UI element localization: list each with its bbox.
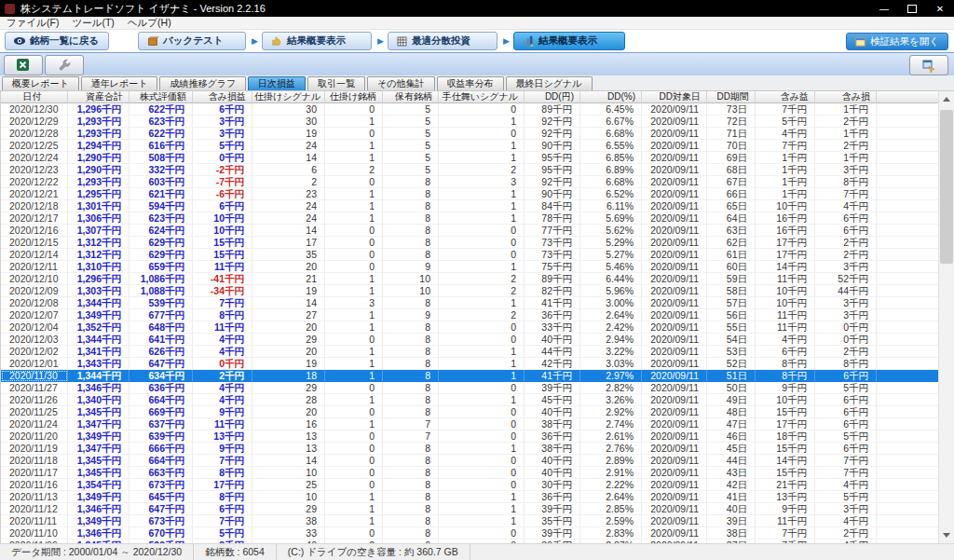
tab-backtest[interactable]: バックテスト: [138, 32, 246, 50]
table-cell: 6千円: [193, 503, 252, 515]
table-row[interactable]: 2020/12/101,296千円1,086千円-41千円21110289千円6…: [1, 273, 939, 285]
subtab-trade-list[interactable]: 取引一覧: [307, 76, 365, 90]
table-cell: [877, 491, 939, 503]
tab-back-to-symbol-list[interactable]: 銘柄一覧に戻る: [5, 32, 109, 50]
column-header[interactable]: 日付: [1, 91, 68, 103]
table-row[interactable]: 2020/11/171,345千円663千円8千円1008040千円2.91%2…: [1, 467, 939, 479]
table-row[interactable]: 2020/12/021,341千円626千円4千円2018144千円3.22%2…: [1, 346, 939, 358]
table-row[interactable]: 2020/12/161,307千円624千円10千円1408077千円5.62%…: [1, 225, 939, 237]
table-row[interactable]: 2020/11/101,346千円670千円5千円3308039千円2.83%2…: [1, 527, 939, 540]
scroll-down-button[interactable]: [939, 527, 954, 543]
close-button[interactable]: ✕: [926, 0, 954, 17]
table-row[interactable]: 2020/11/121,346千円647千円6千円2918139千円2.85%2…: [1, 503, 939, 515]
table-row[interactable]: 2020/12/251,294千円616千円5千円2415190千円6.55%2…: [1, 140, 939, 152]
table-cell: 0: [325, 334, 383, 346]
table-row[interactable]: 2020/11/161,354千円673千円17千円2508030千円2.22%…: [1, 479, 939, 491]
column-header[interactable]: DD期間: [707, 91, 756, 103]
table-row[interactable]: 2020/12/241,290千円508千円0千円1415195千円6.85%2…: [1, 152, 939, 164]
table-row[interactable]: 2020/12/081,344千円539千円7千円1438141千円3.00%2…: [1, 297, 939, 309]
subtab-return-distribution[interactable]: 収益率分布: [437, 76, 504, 90]
tab-optimal-allocation[interactable]: 最適分散投資: [388, 32, 497, 50]
subtab-lastday-signal[interactable]: 最終日シグナル: [506, 76, 593, 90]
table-row[interactable]: 2020/12/151,312千円629千円15千円1708073千円5.29%…: [1, 237, 939, 249]
table-cell: 39千円: [525, 527, 580, 540]
table-row[interactable]: 2020/11/201,349千円639千円13千円1307036千円2.61%…: [1, 430, 939, 443]
column-header[interactable]: 含み損: [815, 91, 877, 103]
settings-button[interactable]: [45, 55, 84, 75]
table-cell: 0千円: [193, 152, 252, 164]
table-row[interactable]: 2020/12/231,290千円332千円-2千円625295千円6.89%2…: [1, 164, 939, 176]
scrollbar-thumb[interactable]: [940, 110, 953, 264]
column-header[interactable]: DD(円): [525, 91, 580, 103]
menu-tools[interactable]: ツール(T): [65, 17, 120, 30]
column-header[interactable]: DD対象日: [642, 91, 707, 103]
table-cell: 2020/12/30: [1, 103, 68, 116]
table-row[interactable]: 2020/11/111,349千円673千円7千円3818135千円2.59%2…: [1, 515, 939, 527]
table-row[interactable]: 2020/12/221,293千円603千円-7千円208392千円6.68%2…: [1, 176, 939, 188]
table-row[interactable]: 2020/11/181,345千円664千円7千円1408040千円2.89%2…: [1, 455, 939, 467]
table-cell: 7千円: [193, 515, 252, 527]
table-cell: 6.44%: [580, 273, 642, 285]
table-row[interactable]: 2020/12/141,312千円629千円15千円3508073千円5.27%…: [1, 249, 939, 261]
table-row[interactable]: 2020/11/131,349千円645千円8千円1018136千円2.64%2…: [1, 491, 939, 503]
subtab-yearly-report[interactable]: 通年レポート: [81, 76, 158, 90]
tab-result-summary-2-active[interactable]: 結果概要表示: [513, 32, 625, 50]
table-cell: 1,345千円: [68, 455, 129, 467]
column-header[interactable]: 資産合計: [68, 91, 129, 103]
table-row[interactable]: 2020/12/091,303千円1,088千円-34千円19110282千円5…: [1, 285, 939, 297]
table-cell: [877, 273, 939, 285]
minimize-button[interactable]: —: [870, 0, 898, 17]
open-in-window-button[interactable]: [909, 55, 948, 75]
table-cell: 11千円: [756, 273, 815, 285]
open-verification-results-button[interactable]: 検証結果を開く: [846, 33, 948, 50]
column-header[interactable]: 仕掛け銘柄: [325, 91, 383, 103]
table-row[interactable]: 2020/11/241,347千円637千円11千円1617038千円2.74%…: [1, 418, 939, 430]
table-row[interactable]: 2020/12/031,344千円641千円4千円2908040千円2.94%2…: [1, 334, 939, 346]
table-row[interactable]: 2020/11/191,347千円666千円9千円1308138千円2.76%2…: [1, 443, 939, 455]
table-cell: 82千円: [525, 285, 580, 297]
column-header[interactable]: 仕掛けシグナル: [252, 91, 325, 103]
menu-file[interactable]: ファイル(F): [0, 17, 65, 30]
tab-result-summary-1[interactable]: 結果概要表示: [262, 32, 372, 50]
table-row[interactable]: 2020/11/261,340千円664千円4千円2818145千円3.26%2…: [1, 394, 939, 406]
table-cell: 0: [325, 479, 383, 491]
table-row[interactable]: 2020/12/291,293千円623千円3千円3015192千円6.67%2…: [1, 116, 939, 128]
table-cell: 4千円: [193, 346, 252, 358]
scroll-up-button[interactable]: [939, 91, 954, 107]
table-cell: 1千円: [815, 152, 877, 164]
table-row[interactable]: 2020/11/301,344千円634千円2千円1818141千円2.97%2…: [1, 370, 939, 382]
subtab-performance-graph[interactable]: 成績推移グラフ: [159, 76, 246, 90]
table-row[interactable]: 2020/12/171,306千円623千円10千円2418178千円5.69%…: [1, 212, 939, 225]
table-row[interactable]: 2020/11/271,346千円636千円4千円2908039千円2.82%2…: [1, 382, 939, 394]
column-header[interactable]: 手仕舞いシグナル: [439, 91, 525, 103]
subtab-summary-report[interactable]: 概要レポート: [2, 76, 79, 90]
table-row[interactable]: 2020/12/211,295千円621千円-6千円2318190千円6.52%…: [1, 188, 939, 200]
subtab-other-aggregates[interactable]: その他集計: [367, 76, 434, 90]
table-vertical-scrollbar[interactable]: [938, 91, 954, 543]
subtab-daily-pl[interactable]: 日次損益: [248, 76, 306, 90]
table-row[interactable]: 2020/12/041,352千円648千円11千円2018033千円2.42%…: [1, 321, 939, 334]
column-header[interactable]: DD(%): [580, 91, 642, 103]
column-header[interactable]: 含み損益: [193, 91, 252, 103]
table-row[interactable]: 2020/12/071,349千円677千円8千円2719236千円2.64%2…: [1, 309, 939, 321]
export-csv-button[interactable]: [4, 55, 43, 75]
menu-help[interactable]: ヘルプ(H): [121, 17, 178, 30]
column-header[interactable]: 株式評価額: [129, 91, 193, 103]
table-row[interactable]: 2020/12/281,293千円622千円3千円1905092千円6.68%2…: [1, 128, 939, 140]
table-cell: 2020/12/15: [1, 237, 68, 249]
table-row[interactable]: 2020/12/301,296千円622千円6千円3005089千円6.45%2…: [1, 103, 939, 116]
column-header-filler[interactable]: [877, 91, 939, 103]
column-header[interactable]: 含み益: [756, 91, 815, 103]
column-header[interactable]: 保有銘柄: [383, 91, 439, 103]
table-cell: 2020/09/11: [642, 188, 707, 200]
table-cell: 1,352千円: [68, 321, 129, 334]
table-row[interactable]: 2020/12/181,301千円594千円6千円2418184千円6.11%2…: [1, 200, 939, 212]
table-row[interactable]: 2020/11/251,345千円669千円9千円2008040千円2.92%2…: [1, 406, 939, 418]
table-row[interactable]: 2020/12/011,343千円647千円0千円1918142千円3.03%2…: [1, 358, 939, 370]
table-cell: 1,293千円: [68, 176, 129, 188]
table-cell: [877, 164, 939, 176]
maximize-button[interactable]: [898, 0, 926, 17]
table-cell: 629千円: [129, 249, 193, 261]
table-cell: 1千円: [756, 164, 815, 176]
table-row[interactable]: 2020/12/111,310千円659千円11千円2009175千円5.46%…: [1, 261, 939, 273]
